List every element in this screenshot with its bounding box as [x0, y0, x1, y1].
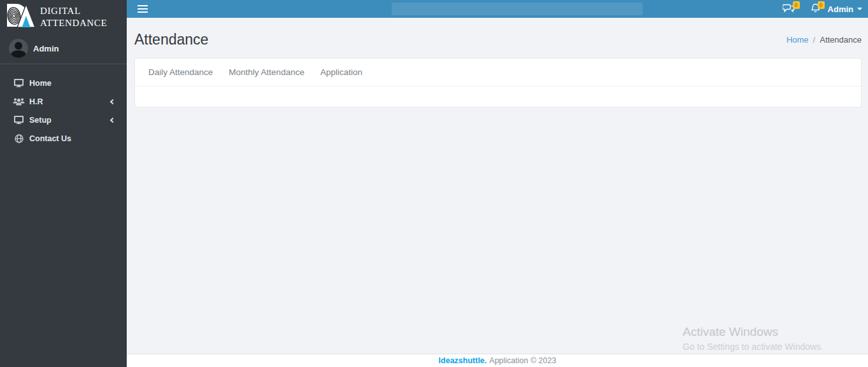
brand-name: DIGITAL ATTENDANCE: [40, 5, 107, 29]
sidebar-item-hr[interactable]: H.R: [0, 92, 127, 111]
monitor-icon: [13, 116, 25, 124]
footer-copyright: Application © 2023: [489, 356, 556, 365]
breadcrumb-current: Attendance: [820, 35, 862, 45]
chevron-left-icon: [110, 99, 115, 104]
main-content: Attendance Home / Attendance Daily Atten…: [127, 18, 868, 354]
watermark-line2: Go to Settings to activate Windows.: [683, 342, 823, 352]
user-avatar: [9, 39, 28, 58]
user-dropdown-label: Admin: [828, 4, 853, 14]
attendance-card: Daily Attendance Monthly Attendance Appl…: [134, 58, 862, 107]
monitor-icon: [13, 79, 25, 87]
page-title: Attendance: [134, 31, 208, 48]
tab-daily-attendance[interactable]: Daily Attendance: [141, 59, 220, 86]
messages-count-badge: 0: [793, 1, 800, 9]
user-name: Admin: [33, 44, 59, 53]
topbar-search-input[interactable]: [392, 3, 643, 15]
fingerprint-da-logo-icon: [5, 2, 36, 31]
globe-icon: [13, 134, 25, 143]
content-header: Attendance Home / Attendance: [127, 18, 868, 58]
tab-monthly-attendance[interactable]: Monthly Attendance: [221, 59, 312, 86]
topbar: 0 0 Admin: [127, 0, 868, 18]
user-panel: Admin: [0, 33, 127, 64]
sidebar-menu: Home H.R Setup: [0, 64, 127, 148]
hamburger-menu-icon[interactable]: [138, 4, 157, 15]
tab-application[interactable]: Application: [313, 59, 370, 86]
sidebar-item-label: Contact Us: [29, 134, 71, 143]
tab-content-empty: [135, 87, 861, 107]
footer-brand-link[interactable]: Ideazshuttle.: [439, 356, 487, 365]
breadcrumb-home-link[interactable]: Home: [786, 35, 809, 45]
notifications-menu[interactable]: 0: [811, 3, 820, 15]
sidebar: DIGITAL ATTENDANCE Admin Home: [0, 0, 127, 367]
sidebar-item-contact-us[interactable]: Contact Us: [0, 129, 127, 148]
breadcrumb: Home / Attendance: [786, 35, 862, 45]
watermark-line1: Activate Windows: [683, 325, 823, 339]
users-icon: [13, 97, 25, 106]
messages-menu[interactable]: 0: [783, 3, 795, 15]
activate-windows-watermark: Activate Windows Go to Settings to activ…: [683, 325, 823, 352]
brand[interactable]: DIGITAL ATTENDANCE: [0, 0, 127, 33]
caret-down-icon: [857, 8, 862, 10]
tabs-row: Daily Attendance Monthly Attendance Appl…: [135, 59, 861, 87]
footer: Ideazshuttle. Application © 2023: [127, 354, 868, 367]
sidebar-item-label: Home: [29, 79, 52, 88]
breadcrumb-separator: /: [813, 35, 816, 45]
sidebar-item-label: H.R: [29, 97, 43, 106]
sidebar-item-label: Setup: [29, 116, 52, 125]
notifications-count-badge: 0: [818, 1, 825, 9]
chevron-left-icon: [110, 118, 115, 123]
sidebar-item-setup[interactable]: Setup: [0, 111, 127, 129]
sidebar-item-home[interactable]: Home: [0, 74, 127, 92]
user-dropdown[interactable]: Admin: [828, 4, 862, 14]
topbar-right: 0 0 Admin: [783, 0, 868, 18]
